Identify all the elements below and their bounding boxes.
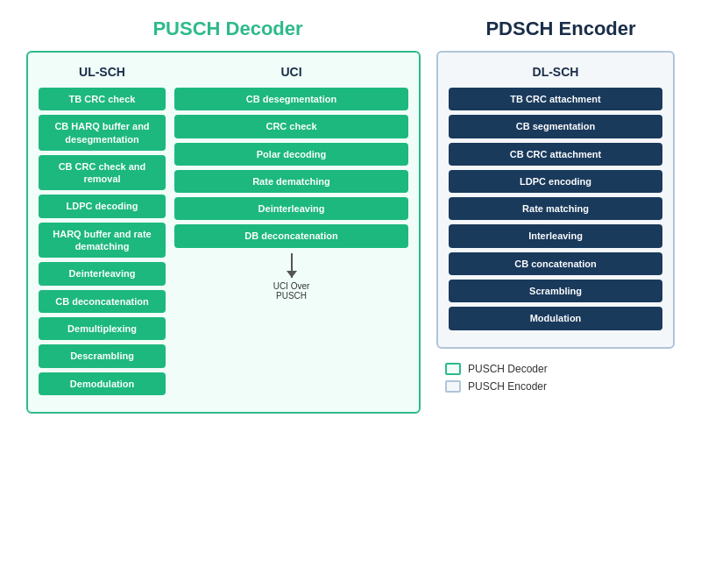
list-item: DB deconcatenation bbox=[174, 224, 408, 247]
title-row: PUSCH Decoder PDSCH Encoder bbox=[26, 18, 675, 40]
list-item: CB desegmentation bbox=[174, 88, 408, 110]
list-item: TB CRC check bbox=[39, 88, 166, 110]
list-item: CB CRC check and removal bbox=[39, 155, 166, 191]
page: PUSCH Decoder PDSCH Encoder UL-SCH TB CR… bbox=[0, 0, 701, 588]
pdsch-main-title: PDSCH Encoder bbox=[429, 18, 675, 40]
list-item: Deinterleaving bbox=[174, 197, 408, 220]
ul-sch-column: UL-SCH TB CRC check CB HARQ buffer and d… bbox=[39, 65, 166, 400]
content-row: UL-SCH TB CRC check CB HARQ buffer and d… bbox=[26, 51, 675, 414]
list-item: Rate matching bbox=[449, 197, 662, 220]
list-item: HARQ buffer and rate dematching bbox=[39, 223, 166, 259]
dl-sch-header: DL-SCH bbox=[449, 65, 662, 79]
list-item: CB concatenation bbox=[449, 252, 662, 275]
list-item: CB CRC attachment bbox=[449, 143, 662, 166]
list-item: Interleaving bbox=[449, 224, 662, 247]
list-item: LDPC decoding bbox=[39, 195, 166, 217]
list-item: Descrambling bbox=[39, 344, 166, 367]
arrow-label: UCI OverPUSCH bbox=[273, 281, 310, 301]
legend-pdsch: PUSCH Encoder bbox=[445, 380, 675, 393]
legend-section: PUSCH Decoder PUSCH Encoder bbox=[436, 363, 675, 393]
list-item: CB HARQ buffer and desegmentation bbox=[39, 115, 166, 151]
legend-pusch-box bbox=[445, 363, 461, 375]
ul-sch-header: UL-SCH bbox=[39, 65, 166, 79]
uci-column: UCI CB desegmentation CRC check Polar de… bbox=[174, 65, 408, 400]
uci-buttons: CB desegmentation CRC check Polar decodi… bbox=[174, 88, 408, 248]
uci-arrow-section: UCI OverPUSCH bbox=[174, 253, 408, 301]
list-item: Polar decoding bbox=[174, 143, 408, 166]
legend-pusch-label: PUSCH Decoder bbox=[468, 363, 548, 375]
legend-pdsch-label: PUSCH Encoder bbox=[468, 380, 547, 393]
list-item: CB deconcatenation bbox=[39, 290, 166, 313]
list-item: Deinterleaving bbox=[39, 262, 166, 285]
list-item: Demodulation bbox=[39, 372, 166, 395]
list-item: Modulation bbox=[449, 307, 662, 329]
list-item: Scrambling bbox=[449, 280, 662, 302]
legend-pusch: PUSCH Decoder bbox=[445, 363, 675, 375]
pusch-decoder-box: UL-SCH TB CRC check CB HARQ buffer and d… bbox=[26, 51, 421, 414]
legend-pdsch-box bbox=[445, 380, 461, 393]
list-item: Demultiplexing bbox=[39, 317, 166, 340]
pusch-main-title: PUSCH Decoder bbox=[26, 18, 429, 40]
list-item: Rate dematching bbox=[174, 170, 408, 193]
list-item: TB CRC attachment bbox=[449, 88, 662, 110]
list-item: CB segmentation bbox=[449, 115, 662, 138]
arrow-line bbox=[291, 253, 293, 278]
uci-header: UCI bbox=[174, 65, 408, 79]
pdsch-encoder-box: DL-SCH TB CRC attachment CB segmentation… bbox=[436, 51, 675, 349]
right-section: DL-SCH TB CRC attachment CB segmentation… bbox=[436, 51, 675, 393]
list-item: LDPC encoding bbox=[449, 170, 662, 193]
list-item: CRC check bbox=[174, 115, 408, 138]
